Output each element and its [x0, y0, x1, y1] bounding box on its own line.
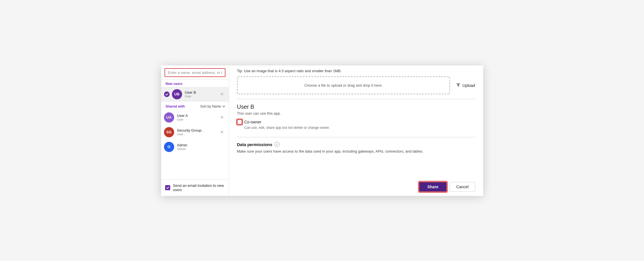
- user-a-info: User A User: [177, 114, 218, 121]
- security-group-info: Security Group . User: [177, 128, 218, 136]
- checkmark-icon: [166, 186, 169, 189]
- bottom-bar: Share Cancel: [237, 178, 475, 196]
- remove-user-b-button[interactable]: ✕: [218, 91, 225, 97]
- drop-zone[interactable]: Choose a file to upload or drag and drop…: [237, 76, 450, 94]
- divider-2: [237, 137, 475, 137]
- admin-info: Admin Owner: [177, 143, 225, 151]
- share-button[interactable]: Share: [419, 182, 447, 192]
- right-panel: Tip: Use an image that is 4:3 aspect rat…: [229, 65, 483, 196]
- shared-with-label: Shared with: [166, 104, 185, 108]
- check-icon: [164, 91, 170, 97]
- user-a-role: User: [177, 118, 218, 121]
- coowner-row: Co-owner: [237, 119, 475, 125]
- upload-icon: [456, 83, 461, 88]
- user-b-role: User: [185, 95, 218, 98]
- remove-security-group-button[interactable]: ✕: [218, 129, 225, 135]
- info-icon[interactable]: i: [274, 142, 280, 147]
- data-permissions-desc: Make sure your users have access to the …: [237, 149, 475, 154]
- user-b-avatar: UB: [172, 89, 182, 99]
- upload-area: Choose a file to upload or drag and drop…: [237, 76, 475, 94]
- shared-user-row-sg[interactable]: SG Security Group . User ✕: [161, 125, 229, 140]
- coowner-desc: Can use, edit, share app but not delete …: [244, 126, 475, 130]
- email-invite-checkbox[interactable]: [165, 185, 170, 190]
- right-user-title: User B: [237, 104, 475, 110]
- search-input-wrapper: [161, 65, 229, 80]
- left-panel: New users UB User B User ✕ Shared with S…: [161, 65, 229, 196]
- data-permissions-header: Data permissions i: [237, 142, 475, 147]
- user-b-info: User B User: [185, 90, 218, 98]
- upload-label: Upload: [462, 83, 475, 88]
- shared-with-header: Shared with Sort by Name: [161, 102, 229, 110]
- sort-by-name-label: Sort by Name: [200, 104, 221, 108]
- remove-user-a-button[interactable]: ✕: [218, 115, 225, 120]
- security-group-name: Security Group .: [177, 128, 218, 132]
- user-a-name: User A: [177, 114, 218, 118]
- sort-by-name-button[interactable]: Sort by Name: [200, 104, 225, 108]
- shared-user-row-ua[interactable]: UA User A User ✕: [161, 110, 229, 125]
- right-user-subtitle: This user can use this app.: [237, 111, 475, 115]
- new-users-label: New users: [161, 80, 229, 87]
- share-dialog: New users UB User B User ✕ Shared with S…: [161, 65, 483, 196]
- data-permissions-label: Data permissions: [237, 142, 272, 147]
- divider-1: [237, 99, 475, 99]
- user-b-name: User B: [185, 90, 218, 95]
- security-group-role: User: [177, 132, 218, 136]
- coowner-checkbox[interactable]: [237, 119, 242, 125]
- email-invite-row: Send an email invitation to new users: [161, 179, 229, 196]
- admin-role: Owner: [177, 147, 225, 151]
- admin-name: Admin: [177, 143, 225, 147]
- shared-user-row-admin[interactable]: O Admin Owner: [161, 140, 229, 154]
- selected-user-row[interactable]: UB User B User ✕: [161, 87, 229, 102]
- search-input[interactable]: [165, 68, 225, 77]
- upload-button[interactable]: Upload: [456, 83, 475, 88]
- email-invite-label: Send an email invitation to new users: [173, 183, 225, 192]
- user-a-avatar: UA: [164, 112, 174, 123]
- coowner-label: Co-owner: [244, 120, 262, 124]
- chevron-down-icon: [222, 105, 225, 108]
- security-group-avatar: SG: [164, 127, 174, 137]
- cancel-button[interactable]: Cancel: [450, 182, 475, 192]
- tip-text: Tip: Use an image that is 4:3 aspect rat…: [237, 65, 475, 74]
- admin-avatar: O: [164, 142, 174, 152]
